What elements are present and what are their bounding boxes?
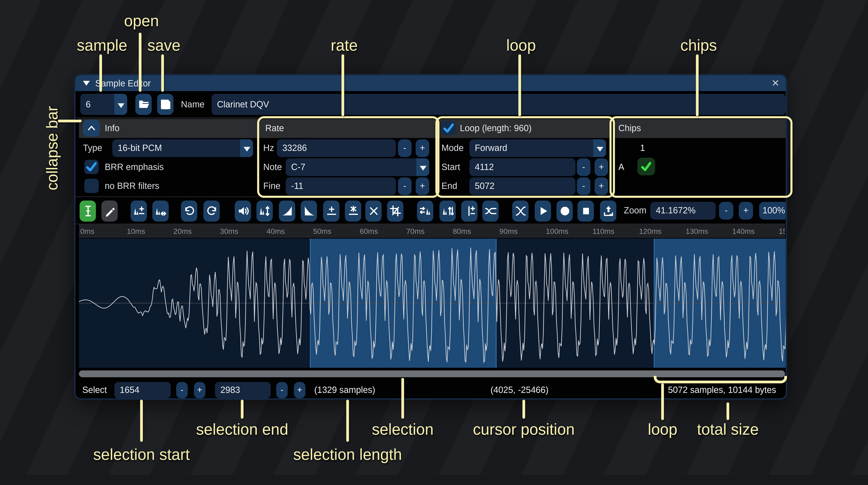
fine-minus-button[interactable]: -	[398, 177, 411, 195]
collapse-bar-button[interactable]	[83, 120, 100, 137]
annotation-line-loop-bottom	[661, 383, 664, 420]
annotation-selection-length: selection length	[293, 446, 402, 464]
window-collapse-icon[interactable]	[83, 81, 90, 89]
waveform-display[interactable]	[79, 238, 787, 368]
mode-label: Mode	[441, 139, 464, 157]
sample-editor-window: Sample Editor ✕ 6 Name Clarinet DQV Info…	[74, 74, 787, 400]
annotation-open: open	[124, 12, 159, 30]
close-icon[interactable]: ✕	[768, 75, 783, 91]
play-icon	[537, 205, 549, 217]
sample-select[interactable]: 6	[80, 94, 127, 115]
brr-emphasis-label: BRR emphasis	[105, 158, 164, 176]
filter-button[interactable]	[482, 200, 499, 222]
loop-start-minus-button[interactable]: -	[577, 158, 590, 176]
loop-end-minus-button[interactable]: -	[577, 177, 590, 195]
annotation-line-total-size	[726, 402, 729, 420]
edit-cursor-button[interactable]	[80, 200, 96, 222]
resize-button[interactable]	[130, 200, 147, 222]
type-select[interactable]: 16-bit PCM	[112, 139, 253, 157]
loop-start-plus-button[interactable]: +	[595, 158, 608, 176]
loop-end-plus-button[interactable]: +	[595, 177, 608, 195]
resize-icon	[133, 205, 145, 217]
rate-header: Rate	[265, 119, 284, 138]
annotation-selection-start: selection start	[93, 446, 190, 464]
check-icon	[441, 121, 456, 135]
timeline-label: 140ms	[732, 224, 754, 238]
selection-end-minus-button[interactable]: -	[276, 382, 288, 398]
trim-button[interactable]	[387, 200, 403, 222]
annotation-line-rate	[341, 54, 344, 116]
play-button[interactable]	[535, 200, 551, 222]
zoom-in-button[interactable]: +	[739, 202, 753, 220]
pencil-icon	[104, 205, 116, 217]
chevron-down-icon[interactable]	[114, 94, 127, 115]
apply-silence-button[interactable]	[345, 200, 361, 222]
save-sample-button[interactable]	[157, 94, 174, 115]
redo-button[interactable]	[204, 200, 220, 222]
loop-mode-select[interactable]: Forward	[469, 139, 606, 157]
annotation-line-cursor-position	[522, 400, 525, 419]
fade-in-button[interactable]	[279, 200, 295, 222]
chevron-up-icon	[86, 122, 97, 134]
zoom-out-button[interactable]: -	[719, 202, 733, 220]
stop-icon	[580, 205, 592, 217]
chip-enable-checkbox[interactable]	[638, 158, 655, 175]
stop-button[interactable]	[578, 200, 594, 222]
rate-section: Rate Hz 33286 - + Note C-7 Fine -11 - +	[260, 119, 436, 194]
timeline-label: 130ms	[686, 224, 708, 238]
loop-start-input[interactable]: 4112	[469, 158, 576, 176]
insert-silence-button[interactable]	[323, 200, 339, 222]
timeline-label: 70ms	[406, 224, 425, 238]
fine-plus-button[interactable]: +	[415, 177, 429, 195]
pencil-button[interactable]	[101, 200, 118, 222]
no-brr-filters-checkbox[interactable]	[84, 179, 99, 193]
timeline-label: 80ms	[453, 224, 471, 238]
zoom-reset-button[interactable]: 100%	[759, 202, 787, 220]
invert-icon	[442, 205, 454, 217]
type-label: Type	[83, 139, 102, 157]
sign-button[interactable]	[461, 200, 477, 222]
chevron-down-icon[interactable]	[240, 139, 253, 157]
normalize-button[interactable]	[256, 200, 273, 222]
crossfade-button[interactable]	[512, 200, 529, 222]
invert-button[interactable]	[439, 200, 456, 222]
selection-start-plus-button[interactable]: +	[194, 382, 206, 398]
resample-button[interactable]	[152, 200, 169, 222]
timeline-label: 100ms	[546, 224, 568, 238]
selection-start-minus-button[interactable]: -	[176, 382, 188, 398]
selection-end-plus-button[interactable]: +	[294, 382, 306, 398]
reverse-button[interactable]	[417, 200, 433, 222]
window-titlebar[interactable]: Sample Editor ✕	[75, 75, 786, 91]
timeline-label: 60ms	[360, 224, 378, 238]
fine-input[interactable]: -11	[286, 177, 396, 195]
fade-out-button[interactable]	[301, 200, 317, 222]
open-sample-button[interactable]	[135, 94, 152, 115]
play-note-button[interactable]	[556, 200, 573, 222]
note-label: Note	[263, 158, 282, 176]
undo-button[interactable]	[181, 200, 197, 222]
crossfade-icon	[515, 205, 526, 217]
chevron-down-icon[interactable]	[416, 158, 429, 176]
amplify-icon	[237, 205, 249, 217]
brr-emphasis-checkbox[interactable]	[84, 160, 99, 174]
upload-button[interactable]	[600, 200, 616, 222]
note-select[interactable]: C-7	[286, 158, 429, 176]
name-input[interactable]: Clarinet DQV	[212, 94, 786, 115]
hz-minus-button[interactable]: -	[398, 139, 411, 157]
loop-enabled-checkbox[interactable]	[441, 121, 456, 135]
selection-start-input[interactable]: 1654	[114, 382, 170, 398]
chevron-down-icon[interactable]	[593, 139, 606, 157]
timeline-label: 40ms	[267, 224, 285, 238]
zoom-input[interactable]: 41.1672%	[650, 202, 716, 220]
loop-end-input[interactable]: 5072	[469, 177, 576, 195]
no-brr-filters-label: no BRR filters	[105, 177, 159, 195]
amplify-button[interactable]	[235, 200, 251, 222]
selection-end-input[interactable]: 2983	[215, 382, 271, 398]
delete-button[interactable]	[365, 200, 381, 222]
loop-mode-value: Forward	[469, 139, 593, 157]
selection-length-text: (1329 samples)	[314, 379, 375, 400]
hz-input[interactable]: 33286	[277, 139, 396, 157]
hz-plus-button[interactable]: +	[415, 139, 429, 157]
divider	[75, 118, 786, 118]
timeline-ruler: 0ms10ms20ms30ms40ms50ms60ms70ms80ms90ms1…	[79, 224, 785, 238]
